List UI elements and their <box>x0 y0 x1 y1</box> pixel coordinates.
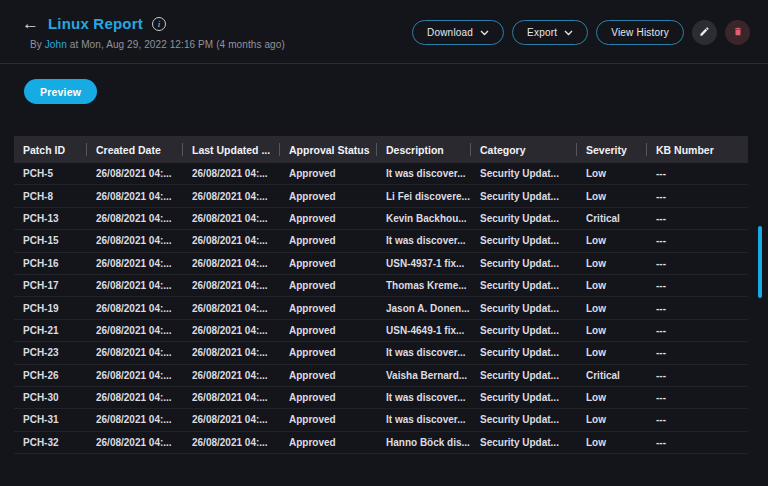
table-body: PCH-526/08/2021 04:...26/08/2021 04:...A… <box>14 163 748 454</box>
table-cell: 26/08/2021 04:... <box>87 258 183 269</box>
patch-table: Patch IDCreated DateLast Updated ...Appr… <box>14 136 748 454</box>
table-cell: 26/08/2021 04:... <box>183 280 280 291</box>
table-cell: 26/08/2021 04:... <box>183 191 280 202</box>
chevron-down-icon <box>480 30 489 36</box>
table-row[interactable]: PCH-1326/08/2021 04:...26/08/2021 04:...… <box>14 208 748 230</box>
table-row[interactable]: PCH-826/08/2021 04:...26/08/2021 04:...A… <box>14 185 748 207</box>
table-cell: Low <box>577 325 647 336</box>
table-cell: Security Updat... <box>471 191 577 202</box>
table-header: Patch IDCreated DateLast Updated ...Appr… <box>14 136 748 163</box>
column-header[interactable]: KB Number <box>647 136 748 163</box>
table-cell: Approved <box>280 213 377 224</box>
view-history-label: View History <box>611 27 669 38</box>
column-header[interactable]: Description <box>377 136 471 163</box>
table-cell: USN-4937-1 fix... <box>377 258 471 269</box>
table-cell: 26/08/2021 04:... <box>87 168 183 179</box>
table-cell: Security Updat... <box>471 303 577 314</box>
table-row[interactable]: PCH-3026/08/2021 04:...26/08/2021 04:...… <box>14 387 748 409</box>
table-cell: 26/08/2021 04:... <box>87 213 183 224</box>
edit-button[interactable] <box>692 20 717 45</box>
export-button[interactable]: Export <box>512 20 588 45</box>
table-row[interactable]: PCH-1926/08/2021 04:...26/08/2021 04:...… <box>14 297 748 319</box>
table-cell: Security Updat... <box>471 168 577 179</box>
pencil-icon <box>699 25 710 40</box>
table-row[interactable]: PCH-1526/08/2021 04:...26/08/2021 04:...… <box>14 230 748 252</box>
table-cell: It was discover... <box>377 235 471 246</box>
table-cell: --- <box>647 303 748 314</box>
table-row[interactable]: PCH-2326/08/2021 04:...26/08/2021 04:...… <box>14 342 748 364</box>
column-header[interactable]: Approval Status <box>280 136 377 163</box>
table-row[interactable]: PCH-2626/08/2021 04:...26/08/2021 04:...… <box>14 365 748 387</box>
column-header[interactable]: Severity <box>577 136 647 163</box>
column-header[interactable]: Created Date <box>87 136 183 163</box>
column-header[interactable]: Patch ID <box>14 136 87 163</box>
table-cell: PCH-32 <box>14 437 87 448</box>
table-cell: --- <box>647 280 748 291</box>
top-bar: ← Linux Report i By John at Mon, Aug 29,… <box>0 0 768 50</box>
table-row[interactable]: PCH-3226/08/2021 04:...26/08/2021 04:...… <box>14 432 748 454</box>
column-header[interactable]: Last Updated ... <box>183 136 280 163</box>
info-icon[interactable]: i <box>152 17 166 31</box>
scrollbar-thumb[interactable] <box>758 226 762 298</box>
table-cell: Kevin Backhou... <box>377 213 471 224</box>
table-cell: It was discover... <box>377 347 471 358</box>
table-cell: Approved <box>280 191 377 202</box>
table-cell: 26/08/2021 04:... <box>183 347 280 358</box>
delete-button[interactable] <box>725 20 750 45</box>
author-link[interactable]: John <box>45 39 67 50</box>
table-cell: Security Updat... <box>471 235 577 246</box>
table-row[interactable]: PCH-1726/08/2021 04:...26/08/2021 04:...… <box>14 275 748 297</box>
table-cell: 26/08/2021 04:... <box>87 370 183 381</box>
table-cell: 26/08/2021 04:... <box>183 258 280 269</box>
report-meta: By John at Mon, Aug 29, 2022 12:16 PM (4… <box>30 39 285 50</box>
table-cell: --- <box>647 258 748 269</box>
table-scrollbar[interactable] <box>758 138 762 450</box>
export-label: Export <box>527 27 557 38</box>
preview-button[interactable]: Preview <box>24 79 97 104</box>
column-header[interactable]: Category <box>471 136 577 163</box>
table-row[interactable]: PCH-526/08/2021 04:...26/08/2021 04:...A… <box>14 163 748 185</box>
table-cell: --- <box>647 347 748 358</box>
table-row[interactable]: PCH-1626/08/2021 04:...26/08/2021 04:...… <box>14 253 748 275</box>
table-row[interactable]: PCH-2126/08/2021 04:...26/08/2021 04:...… <box>14 320 748 342</box>
table-cell: Low <box>577 235 647 246</box>
table-cell: USN-4649-1 fix... <box>377 325 471 336</box>
table-cell: 26/08/2021 04:... <box>87 392 183 403</box>
table-cell: 26/08/2021 04:... <box>183 437 280 448</box>
download-label: Download <box>427 27 473 38</box>
view-history-button[interactable]: View History <box>596 20 684 45</box>
title-block: ← Linux Report i By John at Mon, Aug 29,… <box>22 15 285 50</box>
table-cell: It was discover... <box>377 168 471 179</box>
table-cell: Critical <box>577 370 647 381</box>
table-cell: Low <box>577 303 647 314</box>
table-cell: PCH-26 <box>14 370 87 381</box>
back-arrow-icon[interactable]: ← <box>22 15 39 32</box>
table-cell: Security Updat... <box>471 325 577 336</box>
table-cell: It was discover... <box>377 414 471 425</box>
download-button[interactable]: Download <box>412 20 504 45</box>
table-cell: 26/08/2021 04:... <box>87 325 183 336</box>
table-cell: 26/08/2021 04:... <box>87 414 183 425</box>
table-cell: 26/08/2021 04:... <box>87 303 183 314</box>
table-cell: Low <box>577 414 647 425</box>
table-cell: --- <box>647 213 748 224</box>
table-cell: 26/08/2021 04:... <box>183 414 280 425</box>
table-cell: 26/08/2021 04:... <box>87 437 183 448</box>
table-row[interactable]: PCH-3126/08/2021 04:...26/08/2021 04:...… <box>14 409 748 431</box>
chevron-down-icon <box>564 30 573 36</box>
table-cell: Security Updat... <box>471 370 577 381</box>
table-cell: Low <box>577 392 647 403</box>
table-cell: --- <box>647 235 748 246</box>
table-cell: 26/08/2021 04:... <box>87 280 183 291</box>
table-cell: --- <box>647 392 748 403</box>
table-cell: --- <box>647 191 748 202</box>
table-cell: Approved <box>280 325 377 336</box>
table-cell: Low <box>577 280 647 291</box>
table-cell: 26/08/2021 04:... <box>183 370 280 381</box>
table-cell: Approved <box>280 347 377 358</box>
table-cell: Low <box>577 437 647 448</box>
table-cell: Approved <box>280 303 377 314</box>
table-cell: Security Updat... <box>471 280 577 291</box>
header-divider <box>0 63 768 64</box>
table-cell: 26/08/2021 04:... <box>183 392 280 403</box>
